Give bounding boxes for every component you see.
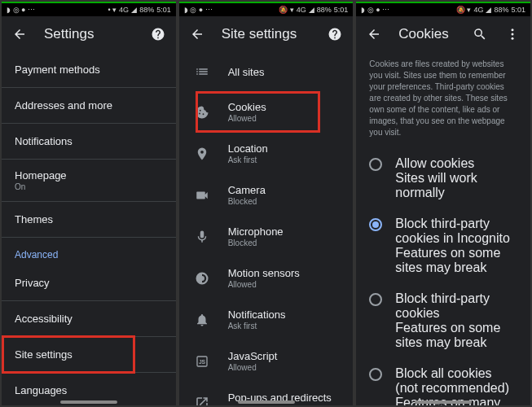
item-label: JavaScript xyxy=(228,350,278,362)
item-label: Themes xyxy=(15,213,53,225)
item-label: Addresses and more xyxy=(15,99,112,112)
item-sublabel: Allowed xyxy=(228,363,278,372)
item-label: Camera xyxy=(228,184,266,196)
option-label: Allow cookies xyxy=(395,156,517,171)
settings-screen: ◗ ◎ ● ⋯ • ▾ 4G ◢ 88% 5:01 Settings Payme… xyxy=(2,2,176,405)
svg-point-6 xyxy=(512,28,514,31)
header: Site settings xyxy=(179,16,354,52)
option-label: Block third-party cookies in Incognito xyxy=(395,217,517,246)
list-item[interactable]: Themes xyxy=(2,202,176,238)
list-item[interactable]: Privacy xyxy=(2,265,176,301)
radio-button[interactable] xyxy=(369,368,382,381)
list-item[interactable]: Addresses and more xyxy=(2,88,176,124)
cookie-option[interactable]: Block all cookies (not recommended)Featu… xyxy=(356,358,530,405)
nav-pill xyxy=(415,400,472,404)
nav-pill xyxy=(60,400,117,404)
popup-icon xyxy=(192,393,212,406)
camera-icon xyxy=(192,186,212,205)
status-bar: ◗ ◎ ● ⋯ 🔕 ▾ 4G ◢ 88% 5:01 xyxy=(179,2,354,16)
cookie-option[interactable]: Block third-party cookiesFeatures on som… xyxy=(356,283,530,358)
site-setting-item[interactable]: Motion sensorsAllowed xyxy=(179,257,354,299)
option-sublabel: Sites will work normally xyxy=(395,171,517,200)
mic-icon xyxy=(192,227,212,247)
option-sublabel: Features on some sites may break xyxy=(395,246,517,275)
site-settings-screen: ◗ ◎ ● ⋯ 🔕 ▾ 4G ◢ 88% 5:01 Site settings … xyxy=(179,2,354,405)
list-icon xyxy=(192,62,212,81)
js-icon: JS xyxy=(192,352,212,371)
site-setting-item[interactable]: CameraBlocked xyxy=(179,174,354,216)
page-title: Settings xyxy=(44,26,134,42)
radio-button[interactable] xyxy=(369,158,382,171)
item-sublabel: Allowed xyxy=(228,280,300,289)
list-item[interactable]: Payment methods xyxy=(2,52,176,88)
help-icon[interactable] xyxy=(150,26,166,42)
site-setting-item[interactable]: LocationAsk first xyxy=(179,133,354,174)
back-icon[interactable] xyxy=(366,26,382,42)
list-item[interactable]: Accessibility xyxy=(2,301,176,337)
site-settings-list: All sitesCookiesAllowedLocationAsk first… xyxy=(179,52,354,405)
settings-list: Payment methodsAddresses and moreNotific… xyxy=(2,52,176,405)
item-label: Location xyxy=(228,142,268,155)
list-item[interactable]: Notifications xyxy=(2,124,176,160)
svg-text:JS: JS xyxy=(199,359,206,365)
item-label: Privacy xyxy=(15,277,50,289)
location-icon xyxy=(192,144,212,164)
site-setting-item[interactable]: CookiesAllowed xyxy=(179,91,354,133)
item-sublabel: Allowed xyxy=(228,114,266,123)
item-sublabel: Ask first xyxy=(228,155,268,164)
item-label: Notifications xyxy=(15,135,73,147)
item-label: Site settings xyxy=(15,348,73,361)
item-label: Notifications xyxy=(228,309,286,321)
option-label: Block all cookies (not recommended) xyxy=(395,366,517,396)
site-setting-item[interactable]: MicrophoneBlocked xyxy=(179,216,354,257)
cookie-icon xyxy=(192,103,212,122)
item-label: All sites xyxy=(228,66,265,78)
cookie-option[interactable]: Block third-party cookies in IncognitoFe… xyxy=(356,208,530,283)
search-icon[interactable] xyxy=(472,26,488,42)
cookie-option[interactable]: Allow cookiesSites will work normally xyxy=(356,148,530,208)
motion-icon xyxy=(192,269,212,288)
item-label: Motion sensors xyxy=(228,267,300,279)
item-sublabel: Ask first xyxy=(228,322,286,330)
svg-point-7 xyxy=(512,33,514,36)
item-label: Cookies xyxy=(228,101,266,113)
status-bar: ◗ ◎ ● ⋯ 🔕 ▾ 4G ◢ 88% 5:01 xyxy=(356,2,530,16)
back-icon[interactable] xyxy=(189,26,205,42)
item-sublabel: On xyxy=(15,182,67,191)
item-sublabel: Blocked xyxy=(228,239,284,247)
status-bar: ◗ ◎ ● ⋯ • ▾ 4G ◢ 88% 5:01 xyxy=(2,2,176,16)
item-sublabel: Blocked xyxy=(228,405,332,405)
cookies-description: Cookies are files created by websites yo… xyxy=(356,52,530,148)
site-setting-item[interactable]: All sites xyxy=(179,52,354,91)
page-title: Site settings xyxy=(222,26,311,42)
list-item[interactable]: Site settings xyxy=(2,337,176,373)
cookies-options: Allow cookiesSites will work normallyBlo… xyxy=(356,148,530,405)
header: Cookies xyxy=(356,16,530,52)
help-icon[interactable] xyxy=(327,26,343,42)
item-sublabel: Blocked xyxy=(228,197,266,206)
header: Settings xyxy=(2,16,176,52)
back-icon[interactable] xyxy=(11,26,28,42)
radio-button[interactable] xyxy=(369,218,382,231)
site-setting-item[interactable]: NotificationsAsk first xyxy=(179,299,354,340)
item-label: Homepage xyxy=(15,169,67,182)
item-label: Microphone xyxy=(228,225,284,238)
item-label: Languages xyxy=(15,384,67,396)
advanced-label: Advanced xyxy=(2,238,176,265)
svg-point-8 xyxy=(512,37,514,40)
more-icon[interactable] xyxy=(504,26,521,42)
nav-pill xyxy=(238,400,295,404)
item-label: Accessibility xyxy=(15,313,73,325)
option-label: Block third-party cookies xyxy=(395,291,517,321)
svg-point-0 xyxy=(200,109,201,111)
option-sublabel: Features on some sites may break xyxy=(395,321,517,350)
radio-button[interactable] xyxy=(369,293,382,306)
list-item[interactable]: HomepageOn xyxy=(2,160,176,202)
page-title: Cookies xyxy=(398,26,455,42)
item-label: Payment methods xyxy=(15,63,100,76)
cookies-screen: ◗ ◎ ● ⋯ 🔕 ▾ 4G ◢ 88% 5:01 Cookies Cookie… xyxy=(356,2,530,405)
svg-point-2 xyxy=(202,113,204,115)
svg-point-1 xyxy=(199,112,200,114)
bell-icon xyxy=(192,310,212,330)
site-setting-item[interactable]: JSJavaScriptAllowed xyxy=(179,340,354,382)
